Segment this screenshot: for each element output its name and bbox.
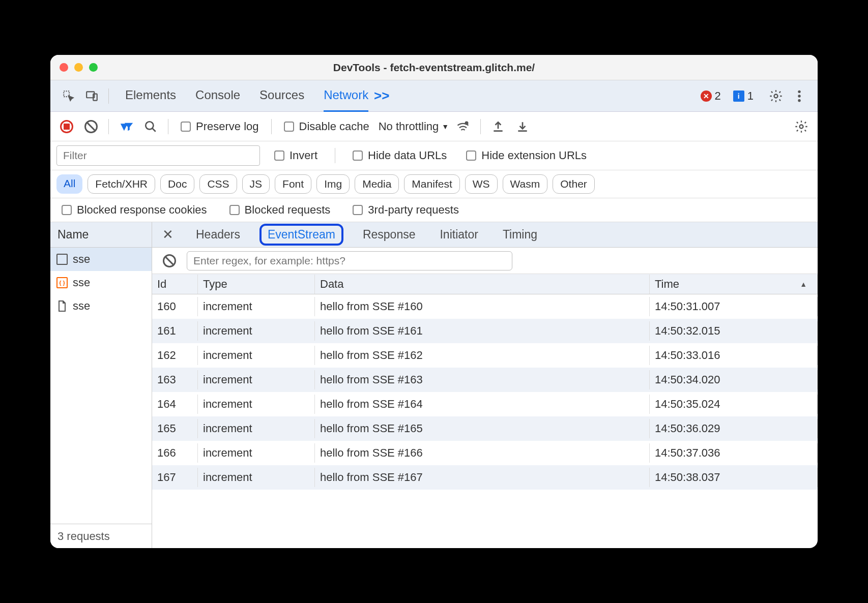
cell-id: 165: [152, 419, 198, 438]
pill-media[interactable]: Media: [355, 174, 399, 194]
svg-point-4: [798, 90, 800, 93]
traffic-lights: [60, 63, 98, 72]
event-row[interactable]: 167incrementhello from SSE #16714:50:38.…: [152, 465, 818, 490]
record-button[interactable]: [56, 116, 77, 137]
event-row[interactable]: 160incrementhello from SSE #16014:50:31.…: [152, 294, 818, 319]
document-icon: [56, 300, 68, 312]
event-row[interactable]: 166incrementhello from SSE #16614:50:37.…: [152, 441, 818, 465]
network-conditions-icon[interactable]: [453, 116, 473, 137]
divider: [271, 119, 272, 134]
blocked-requests-checkbox[interactable]: Blocked requests: [229, 203, 331, 217]
tab-network[interactable]: Network: [324, 80, 368, 112]
inspect-icon[interactable]: [59, 86, 79, 106]
hide-data-urls-checkbox[interactable]: Hide data URLs: [353, 149, 447, 162]
col-type[interactable]: Type: [198, 275, 315, 294]
detail-tab-eventstream[interactable]: EventStream: [259, 224, 343, 246]
request-item[interactable]: { }sse: [50, 271, 152, 294]
third-party-checkbox[interactable]: 3rd-party requests: [353, 203, 459, 217]
disable-cache-checkbox[interactable]: Disable cache: [284, 120, 369, 133]
cell-time: 14:50:34.020: [650, 370, 818, 389]
detail-tab-headers[interactable]: Headers: [191, 225, 245, 245]
cell-type: increment: [198, 395, 315, 414]
pill-css[interactable]: CSS: [199, 174, 237, 194]
tab-sources[interactable]: Sources: [259, 80, 304, 112]
request-item[interactable]: sse: [50, 248, 152, 271]
col-time[interactable]: Time▲: [650, 275, 818, 294]
event-row[interactable]: 163incrementhello from SSE #16314:50:34.…: [152, 368, 818, 392]
device-icon[interactable]: [82, 86, 102, 106]
pill-ws[interactable]: WS: [465, 174, 498, 194]
minimize-icon[interactable]: [74, 63, 83, 72]
pill-doc[interactable]: Doc: [160, 174, 194, 194]
event-row[interactable]: 165incrementhello from SSE #16514:50:36.…: [152, 416, 818, 441]
pill-js[interactable]: JS: [242, 174, 270, 194]
blocked-cookies-checkbox[interactable]: Blocked response cookies: [62, 203, 207, 217]
event-row[interactable]: 164incrementhello from SSE #16414:50:35.…: [152, 392, 818, 416]
pill-all[interactable]: All: [56, 174, 82, 194]
divider: [168, 119, 168, 134]
more-tabs-icon[interactable]: >>: [371, 86, 392, 106]
divider: [108, 88, 109, 104]
cell-data: hello from SSE #167: [315, 468, 650, 487]
table-header: Id Type Data Time▲: [152, 274, 818, 294]
detail-tab-timing[interactable]: Timing: [498, 225, 542, 245]
filter-input[interactable]: [56, 145, 260, 166]
name-column-header[interactable]: Name: [50, 222, 152, 248]
search-icon[interactable]: [140, 116, 161, 137]
pill-other[interactable]: Other: [553, 174, 595, 194]
clear-button[interactable]: [81, 116, 101, 137]
panel-tabs: ElementsConsoleSourcesNetwork: [125, 80, 368, 112]
cell-id: 162: [152, 346, 198, 365]
cell-type: increment: [198, 370, 315, 389]
detail-tab-initiator[interactable]: Initiator: [435, 225, 483, 245]
col-data[interactable]: Data: [315, 275, 650, 294]
tab-console[interactable]: Console: [195, 80, 240, 112]
filter-icon[interactable]: ▼: [116, 116, 136, 137]
status-footer: 3 requests: [50, 524, 152, 548]
preserve-log-label: Preserve log: [196, 120, 259, 133]
pill-font[interactable]: Font: [275, 174, 311, 194]
request-list-panel: Name sse{ }ssesse 3 requests: [50, 222, 152, 548]
main-content: Name sse{ }ssesse 3 requests ✕ HeadersEv…: [50, 222, 818, 548]
gear-icon[interactable]: [766, 86, 786, 106]
throttling-select[interactable]: No throttling▼: [379, 120, 449, 133]
col-id[interactable]: Id: [152, 275, 198, 294]
pill-manifest[interactable]: Manifest: [404, 174, 459, 194]
svg-point-7: [146, 122, 153, 129]
close-icon[interactable]: [60, 63, 68, 72]
close-icon[interactable]: ✕: [159, 227, 177, 243]
hide-ext-urls-checkbox[interactable]: Hide extension URLs: [466, 149, 587, 162]
error-badge[interactable]: ✕2: [701, 89, 721, 103]
sort-asc-icon: ▲: [800, 280, 807, 288]
event-row[interactable]: 161incrementhello from SSE #16114:50:32.…: [152, 319, 818, 343]
clear-button[interactable]: [159, 251, 180, 271]
info-badge[interactable]: i1: [733, 89, 754, 103]
hide-ext-label: Hide extension URLs: [481, 149, 587, 162]
invert-checkbox[interactable]: Invert: [274, 149, 317, 162]
cell-type: increment: [198, 346, 315, 365]
cell-type: increment: [198, 321, 315, 341]
error-count: 2: [715, 89, 721, 103]
upload-icon[interactable]: [488, 116, 508, 137]
pill-fetch-xhr[interactable]: Fetch/XHR: [88, 174, 155, 194]
hide-data-label: Hide data URLs: [368, 149, 447, 162]
type-filter-pills: AllFetch/XHRDocCSSJSFontImgMediaManifest…: [50, 170, 818, 198]
request-name: sse: [73, 253, 90, 266]
pill-img[interactable]: Img: [316, 174, 350, 194]
tab-elements[interactable]: Elements: [125, 80, 176, 112]
detail-panel: ✕ HeadersEventStreamResponseInitiatorTim…: [152, 222, 818, 548]
pill-wasm[interactable]: Wasm: [503, 174, 548, 194]
gear-icon[interactable]: [791, 116, 812, 137]
cell-data: hello from SSE #165: [315, 419, 650, 438]
detail-tab-response[interactable]: Response: [358, 225, 421, 245]
kebab-icon[interactable]: [789, 86, 809, 106]
preserve-log-checkbox[interactable]: Preserve log: [181, 120, 259, 133]
request-item[interactable]: sse: [50, 294, 152, 318]
svg-point-8: [465, 121, 469, 125]
event-row[interactable]: 162incrementhello from SSE #16214:50:33.…: [152, 343, 818, 368]
regex-input[interactable]: [187, 251, 512, 270]
maximize-icon[interactable]: [89, 63, 98, 72]
download-icon[interactable]: [512, 116, 533, 137]
cell-data: hello from SSE #166: [315, 443, 650, 463]
cell-type: increment: [198, 297, 315, 316]
